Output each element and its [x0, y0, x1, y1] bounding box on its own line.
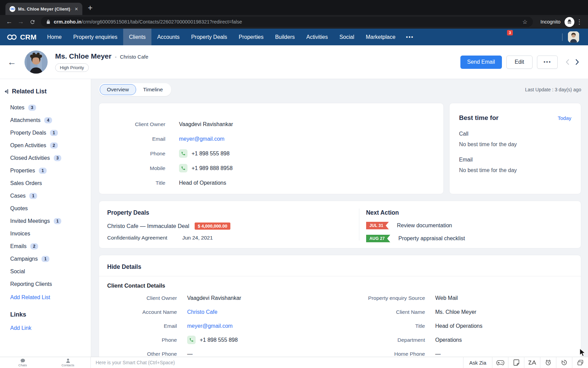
deal-stage: Confidentiality Agreement [107, 235, 167, 241]
sidebar-item-label: Sales Orders [10, 180, 42, 186]
nav-item-marketplace[interactable]: Marketplace [360, 29, 401, 45]
url-path: /crm/org60009515081/tab/Contacts/2260270… [81, 19, 242, 25]
chats-shortcut[interactable]: Chats [0, 357, 45, 368]
forward-icon[interactable]: → [15, 18, 27, 26]
notification-badge[interactable]: 3 [507, 30, 513, 35]
next-action-row[interactable]: AUG 27 Property appraisal checklist [366, 235, 581, 242]
deal-name-link[interactable]: Christo Cafe — Immaculate Deal [107, 223, 189, 229]
hide-details-toggle[interactable]: Hide Details [107, 263, 573, 271]
back-to-list-icon[interactable]: ← [7, 57, 16, 67]
url-host: crm.zoho.in [54, 19, 81, 25]
contact-summary-card: Client Owner Vaagdevi Ravishankar Email … [99, 103, 444, 194]
nav-item-social[interactable]: Social [333, 29, 360, 45]
tab-timeline[interactable]: Timeline [136, 84, 170, 95]
contact-company[interactable]: Christo Cafe [120, 54, 148, 60]
notes-icon[interactable] [508, 357, 524, 368]
field-label: Email [107, 323, 177, 329]
add-link-link[interactable]: Add Link [10, 322, 91, 334]
browser-tab-strip: Ms. Chloe Meyer (Client) - Zoh ✕ + [0, 0, 588, 15]
browser-tab[interactable]: Ms. Chloe Meyer (Client) - Zoh ✕ [5, 3, 82, 15]
next-action-row[interactable]: JUL 31 Review documentation [366, 222, 581, 229]
home-phone-value: — [435, 351, 573, 357]
sidebar-item-reporting-clients[interactable]: Reporting Clients [10, 278, 91, 290]
games-icon[interactable] [492, 357, 508, 368]
back-icon[interactable]: ← [3, 18, 15, 26]
account-name-link[interactable]: Christo Cafe [187, 309, 340, 315]
contacts-shortcut[interactable]: Contacts [45, 357, 91, 368]
field-label: Department [340, 337, 425, 343]
mobile-value[interactable]: +1 989 888 8958 [179, 164, 443, 172]
sidebar-item-invited-meetings[interactable]: Invited Meetings1 [10, 215, 91, 227]
sidebar-item-closed-activities[interactable]: Closed Activities3 [10, 152, 91, 164]
phone-value[interactable]: +1 898 555 898 [187, 336, 340, 344]
sidebar-item-label: Cases [10, 193, 26, 199]
browser-menu-icon[interactable]: ⋮ [574, 18, 585, 26]
email-value[interactable]: meyer@gmail.com [179, 136, 443, 142]
sidebar-item-attachments[interactable]: Attachments4 [10, 114, 91, 126]
smart-chat-input[interactable]: Here is your Smart Chat (Ctrl+Space) [91, 357, 463, 368]
add-related-list-link[interactable]: Add Related List [10, 291, 91, 304]
sidebar-item-cases[interactable]: Cases1 [10, 189, 91, 202]
next-action-label[interactable]: Property appraisal checklist [398, 235, 465, 242]
deal-date: Jun 24, 2021 [182, 235, 213, 241]
record-more-button[interactable]: ••• [537, 56, 558, 69]
nav-item-property-deals[interactable]: Property Deals [185, 29, 233, 45]
reload-icon[interactable] [27, 19, 38, 25]
next-record-icon[interactable] [575, 59, 579, 65]
tab-close-icon[interactable]: ✕ [75, 6, 78, 12]
nav-item-property-enquiries[interactable]: Property enquiries [67, 29, 123, 45]
phone-icon[interactable] [179, 164, 187, 172]
phone-icon[interactable] [187, 336, 196, 344]
nav-more-icon[interactable]: ••• [401, 29, 419, 45]
nav-item-builders[interactable]: Builders [269, 29, 300, 45]
nav-item-home[interactable]: Home [41, 29, 67, 45]
phone-icon[interactable] [179, 149, 187, 158]
nav-item-properties[interactable]: Properties [233, 29, 270, 45]
collapse-panel-icon[interactable] [4, 89, 9, 94]
sidebar-item-campaigns[interactable]: Campaigns1 [10, 252, 91, 265]
count-badge: 1 [54, 218, 62, 224]
nav-item-clients[interactable]: Clients [123, 29, 151, 45]
nav-item-activities[interactable]: Activities [300, 29, 333, 45]
edit-button[interactable]: Edit [506, 56, 533, 69]
count-badge: 1 [42, 256, 49, 262]
brand-name: CRM [20, 33, 36, 41]
next-action-label[interactable]: Review documentation [397, 223, 452, 229]
sidebar-item-label: Campaigns [10, 256, 38, 262]
best-time-email-value: No best time for the day [459, 167, 571, 173]
phone-value[interactable]: +1 898 555 898 [179, 149, 443, 158]
previous-record-icon[interactable] [566, 59, 569, 65]
sidebar-item-property-deals[interactable]: Property Deals1 [10, 126, 91, 139]
history-icon[interactable] [556, 357, 572, 368]
sidebar-item-social[interactable]: Social [10, 265, 91, 278]
url-bar[interactable]: crm.zoho.in/crm/org60009515081/tab/Conta… [41, 17, 533, 27]
new-tab-button[interactable]: + [88, 3, 93, 13]
today-link[interactable]: Today [558, 115, 571, 121]
zia-icon[interactable] [524, 357, 540, 368]
sidebar-item-properties[interactable]: Properties1 [10, 164, 91, 177]
next-action-title: Next Action [366, 209, 581, 216]
count-badge: 1 [29, 193, 37, 199]
user-avatar[interactable] [568, 31, 579, 43]
mouse-cursor [579, 348, 586, 357]
crm-brand[interactable]: CRM [7, 32, 36, 42]
sidebar-item-label: Notes [10, 105, 24, 111]
sidebar-item-quotes[interactable]: Quotes [10, 202, 91, 215]
last-update-text: Last Update : 3 day(s) ago [525, 87, 581, 92]
sidebar-item-label: Closed Activities [10, 155, 50, 161]
send-email-button[interactable]: Send Email [460, 56, 502, 69]
reminders-icon[interactable] [540, 357, 556, 368]
email-value[interactable]: meyer@gmail.com [187, 323, 340, 329]
tab-overview[interactable]: Overview [100, 84, 136, 95]
sidebar-item-sales-orders[interactable]: Sales Orders [10, 177, 91, 189]
sidebar-item-open-activities[interactable]: Open Activities2 [10, 139, 91, 152]
field-label: Client Owner [107, 295, 177, 301]
ask-zia-button[interactable]: Ask Zia [463, 357, 492, 368]
sidebar-item-notes[interactable]: Notes3 [10, 101, 91, 114]
sidebar-item-invoices[interactable]: Invoices [10, 227, 91, 240]
sidebar-item-emails[interactable]: Emails2 [10, 240, 91, 252]
windows-icon[interactable] [572, 357, 588, 368]
record-header: ← Ms. Chloe Meyer - Christo Cafe High Pr… [0, 45, 588, 79]
bookmark-star-icon[interactable]: ☆ [522, 18, 527, 26]
nav-item-accounts[interactable]: Accounts [151, 29, 185, 45]
